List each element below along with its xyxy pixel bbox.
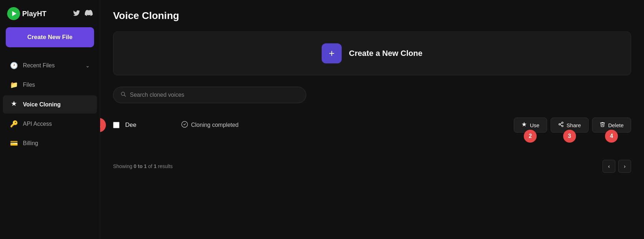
sidebar-item-voice-cloning[interactable]: Voice Cloning [3,95,97,114]
social-icons [73,9,93,19]
voice-checkbox[interactable] [113,122,119,128]
folder-icon: 📁 [10,81,18,89]
annotation-1: 1 [100,118,106,132]
share-label: Share [567,122,581,128]
sidebar-item-api-access[interactable]: 🔑 API Access [3,115,97,133]
discord-icon[interactable] [85,9,93,19]
sparkle-icon [10,100,18,109]
create-new-file-button[interactable]: Create New File [6,27,94,47]
search-icon [121,91,126,99]
sidebar-item-label: API Access [23,121,52,127]
key-icon: 🔑 [10,120,18,128]
sidebar-item-recent-files[interactable]: 🕐 Recent Files ⌄ [3,57,97,75]
annotation-4: 4 [605,130,618,143]
trash-icon [600,121,605,129]
use-button-wrapper: Use 2 [514,118,547,133]
sidebar-item-label: Files [23,82,35,88]
page-title: Voice Cloning [113,10,631,21]
playht-logo-icon [7,7,20,20]
sidebar-item-label: Recent Files [23,62,55,69]
voice-actions: Use 2 Share [514,118,631,133]
status-check-icon [181,121,188,130]
search-input[interactable] [130,92,299,98]
delete-label: Delete [608,122,624,128]
next-page-button[interactable]: › [618,160,631,173]
showing-text: Showing 0 to 1 of 1 results [113,163,173,169]
search-wrapper [113,87,306,103]
voice-status-text: Cloning completed [191,122,239,128]
create-clone-label: Create a New Clone [349,49,422,58]
voice-list: 1 Dee Cloning completed [113,112,631,138]
sidebar-header: PlayHT [0,0,100,27]
voice-name: Dee [125,121,168,129]
sidebar-item-label: Billing [23,140,38,147]
use-label: Use [530,122,540,128]
sidebar-item-files[interactable]: 📁 Files [3,76,97,94]
table-row: 1 Dee Cloning completed [113,112,631,138]
voice-status: Cloning completed [181,121,239,130]
chevron-down-icon: ⌄ [86,63,90,68]
annotation-2: 2 [524,130,537,143]
sparkle-btn-icon [521,121,527,129]
sidebar-item-billing[interactable]: 💳 Billing [3,134,97,152]
share-button-wrapper: Share 3 [551,118,589,133]
logo-text: PlayHT [22,10,47,18]
plus-icon: + [329,48,335,59]
pagination-area: Showing 0 to 1 of 1 results ‹ › [113,156,631,173]
twitter-icon[interactable] [73,9,80,19]
search-container [113,87,631,103]
clock-icon: 🕐 [10,62,18,70]
main-content: Voice Cloning + Create a New Clone 1 Dee [100,0,644,239]
annotation-3: 3 [563,130,576,143]
card-icon: 💳 [10,139,18,147]
pagination-buttons: ‹ › [602,160,631,173]
delete-button-wrapper: Delete 4 [592,118,631,133]
logo[interactable]: PlayHT [7,7,47,20]
clone-plus-button: + [322,43,342,63]
share-icon [558,121,564,129]
sidebar-item-label: Voice Cloning [23,101,60,108]
create-clone-card[interactable]: + Create a New Clone [113,32,631,75]
sidebar: PlayHT Create New File 🕐 Recent Files ⌄ … [0,0,100,239]
prev-page-button[interactable]: ‹ [602,160,615,173]
